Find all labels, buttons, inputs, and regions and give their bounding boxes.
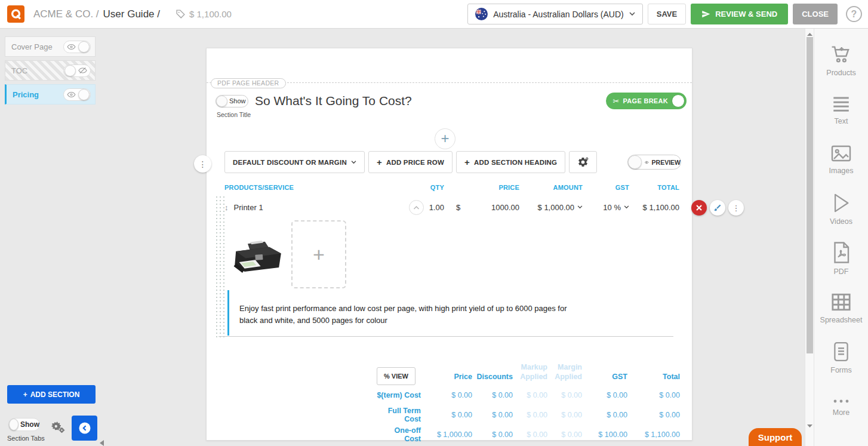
page-break-label: PAGE BREAK [623,97,668,104]
review-send-button[interactable]: REVIEW & SEND [691,4,788,24]
percent-view-button[interactable]: % VIEW [377,367,415,385]
delete-row-button[interactable] [691,200,707,216]
vertical-scrollbar[interactable] [805,29,814,446]
pricing-settings-button[interactable] [569,151,597,173]
toolbox-item-pdf[interactable]: PDF [814,234,868,284]
default-discount-dropdown[interactable]: DEFAULT DISCOUNT OR MARGIN [224,151,365,173]
title-show-toggle[interactable]: Show [216,95,248,107]
section-tabs-caption: Section Tabs [7,435,45,442]
pricing-toolbar: DEFAULT DISCOUNT OR MARGIN + ADD PRICE R… [224,151,681,173]
description-accent-bar [227,290,229,336]
section-title-caption: Section Title [217,111,251,118]
row-drag-strip[interactable] [215,195,227,337]
eye-icon [64,91,78,98]
sidebar-item-toc[interactable]: TOC [5,60,96,81]
visibility-toggle-on[interactable] [63,88,91,101]
breadcrumb-document[interactable]: User Guide / [103,8,160,20]
sidebar-item-pricing[interactable]: Pricing [5,84,96,104]
summary-col-markup: Markup Applied [513,362,547,386]
toolbox-item-forms[interactable]: Forms [814,333,868,383]
section-label: TOC [11,66,27,75]
summary-divider [218,336,673,337]
visibility-toggle-off[interactable] [63,64,91,77]
summary-row-one-off: One-off Cost $ 1,000.00 $ 0.00 $ 0.00 $ … [377,425,681,444]
breadcrumb-company[interactable]: ACME & CO. / [33,8,99,20]
section-tabs-toggle[interactable]: Show [8,418,40,431]
plus-icon: + [464,157,470,167]
plus-icon: + [377,157,382,167]
summary-col-price: Price [421,372,472,385]
summary-row-full-term: Full Term Cost $ 0.00 $ 0.00 $ 0.00 $ 0.… [377,405,681,425]
sections-sidebar: Cover Page TOC Pricing + ADD SECTION [0,29,99,446]
qty-stepper-button[interactable] [409,200,424,215]
close-button[interactable]: CLOSE [793,4,838,24]
cart-plus-icon [830,44,852,64]
chevron-down-icon [624,205,629,209]
add-section-heading-button[interactable]: + ADD SECTION HEADING [456,151,565,173]
add-content-block-button[interactable]: + [435,128,455,149]
default-discount-label: DEFAULT DISCOUNT OR MARGIN [233,159,347,166]
sidebar-settings-button[interactable] [50,420,66,436]
visibility-toggle-on[interactable] [63,41,91,53]
support-button[interactable]: Support [749,428,802,446]
add-section-heading-label: ADD SECTION HEADING [474,159,557,166]
pdf-page-header-label[interactable]: PDF PAGE HEADER [211,78,286,88]
col-header-qty: QTY [396,184,444,191]
currency-selector[interactable]: Australia - Australian Dollars (AUD) [467,4,643,24]
block-menu-button[interactable]: ⋮ [194,155,211,173]
scissors-icon: ✂ [613,97,620,106]
section-label: Cover Page [11,42,53,51]
preview-toggle[interactable]: PREVIEW [627,155,681,170]
section-title-row: Show So What's It Going To Cost? ✂ PAGE … [216,91,687,110]
collapse-sidebar-button[interactable] [72,416,97,441]
scrollbar-thumb[interactable] [807,37,813,353]
toolbox-item-text[interactable]: Text [814,85,868,135]
toolbox-label: Text [835,117,848,125]
toolbox-item-spreadsheet[interactable]: Spreadsheet [814,284,868,333]
eye-icon [645,159,649,166]
logo-q-icon [10,8,23,21]
toolbox-item-more[interactable]: More [814,383,868,432]
price-tag-icon [176,9,186,19]
toolbox-item-videos[interactable]: Videos [814,184,868,234]
style-brush-button[interactable] [710,200,725,216]
add-image-dropzone[interactable]: + [291,220,346,288]
add-price-row-label: ADD PRICE ROW [386,159,444,166]
amount-value[interactable]: $ 1,000.00 [538,203,574,212]
close-x-icon [695,204,703,211]
price-table-row[interactable]: ↕ Printer 1 1.00 $ 1000.00 $ 1,000.00 10… [224,196,679,219]
toolbox-label: More [833,408,849,417]
gst-value[interactable]: 10 % [603,203,621,212]
col-header-price: PRICE [444,184,519,191]
save-button[interactable]: SAVE [648,4,686,24]
page-title[interactable]: So What's It Going To Cost? [255,94,412,108]
toolbox-item-products[interactable]: Products [814,36,868,85]
qty-value[interactable]: 1.00 [429,203,444,212]
toolbox-label: Images [829,167,854,175]
product-image-printer[interactable] [232,238,285,276]
add-price-row-button[interactable]: + ADD PRICE ROW [368,151,453,173]
editor-canvas: PDF PAGE HEADER Show So What's It Going … [99,29,805,446]
currency-symbol: $ [456,203,460,212]
toolbox-item-images[interactable]: Images [814,135,868,184]
help-button[interactable]: ? [846,6,862,22]
sidebar-item-cover-page[interactable]: Cover Page [5,36,96,57]
product-description[interactable]: Enjoy fast print performance and low cos… [239,303,583,326]
app-logo[interactable] [7,5,24,23]
content-toolbox: Products Text Images Videos PDF Sprea [814,29,868,446]
pricing-page: PDF PAGE HEADER Show So What's It Going … [206,48,692,441]
page-break-toggle[interactable]: ✂ PAGE BREAK [606,93,687,109]
scroll-down-arrow[interactable] [805,422,814,430]
add-section-button[interactable]: + ADD SECTION [7,385,96,404]
row-menu-button[interactable]: ⋮ [728,200,744,216]
paper-plane-icon [701,10,710,19]
price-table-header: PRODUCTS/SERVICE QTY PRICE AMOUNT GST TO… [224,184,679,191]
toggle-knob [78,41,90,53]
panel-collapse-arrow-icon[interactable] [100,438,104,446]
circle-arrow-left-icon [78,421,92,435]
product-name[interactable]: Printer 1 [234,203,263,212]
help-icon: ? [851,9,857,20]
summary-row-term: $(term) Cost $ 0.00 $ 0.00 $ 0.00 $ 0.00… [377,385,681,405]
summary-col-discounts: Discounts [472,372,513,385]
price-value[interactable]: 1000.00 [491,203,519,212]
